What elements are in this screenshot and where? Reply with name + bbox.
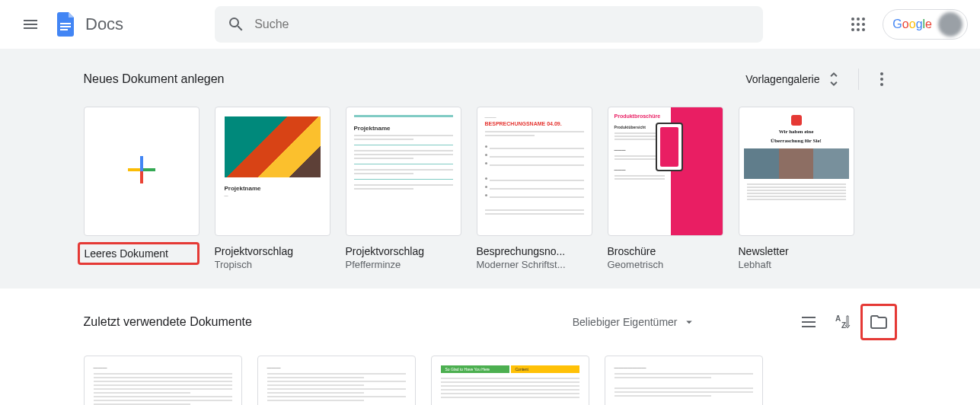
more-vert-icon xyxy=(873,70,891,88)
divider xyxy=(858,69,859,90)
template-title: Broschüre xyxy=(608,245,723,257)
gallery-label: Vorlagengalerie xyxy=(745,73,819,85)
template-title: Besprechungsno... xyxy=(477,245,592,257)
folder-icon xyxy=(870,313,888,331)
svg-point-12 xyxy=(880,72,883,75)
recent-head: Zuletzt verwendete Dokumente Beliebiger … xyxy=(84,304,897,340)
svg-rect-2 xyxy=(60,29,68,30)
app-header: Docs Google xyxy=(0,0,980,49)
list-icon xyxy=(800,313,818,331)
view-controls: AZ xyxy=(793,304,897,340)
template-title: Projektvorschlag xyxy=(346,245,461,257)
svg-point-8 xyxy=(862,23,865,26)
svg-point-9 xyxy=(851,28,854,31)
template-tropisch-thumb: Projektname — xyxy=(215,107,330,236)
template-sub: Moderner Schriftst... xyxy=(477,259,592,270)
template-sub: Geometrisch xyxy=(608,259,723,270)
svg-text:A: A xyxy=(835,314,841,323)
template-sub: Lebhaft xyxy=(739,259,854,270)
template-tropisch[interactable]: Projektname — Projektvorschlag Tropisch xyxy=(215,107,330,270)
docs-logo-icon xyxy=(52,11,79,38)
unfold-icon xyxy=(825,70,843,88)
template-title: Newsletter xyxy=(739,245,854,257)
template-pfefferminze[interactable]: Projektname Projektvorschlag Pfefferminz… xyxy=(346,107,461,270)
template-news-thumb: Wir haben eine Überraschung für Sie! xyxy=(739,107,854,236)
template-newsletter[interactable]: Wir haben eine Überraschung für Sie! New… xyxy=(739,107,854,270)
svg-point-14 xyxy=(880,83,883,86)
recent-row: ——— ——— So Glad to Have You HereContent … xyxy=(84,356,897,405)
recent-title: Zuletzt verwendete Dokumente xyxy=(84,315,567,329)
template-blank[interactable]: Leeres Dokument xyxy=(84,107,200,270)
template-gallery-button[interactable]: Vorlagengalerie xyxy=(738,64,850,94)
svg-rect-0 xyxy=(60,23,71,24)
template-meeting-thumb: ——— BESPRECHUNGSNAME 04.09. xyxy=(477,107,592,236)
svg-point-13 xyxy=(880,78,883,81)
templates-head: Neues Dokument anlegen Vorlagengalerie xyxy=(84,61,897,97)
recent-doc-2[interactable]: ——— xyxy=(257,356,416,405)
template-pfeffer-thumb: Projektname xyxy=(346,107,461,236)
list-view-button[interactable] xyxy=(793,307,824,337)
template-brochure-thumb: Produktbroschüre Produktübersicht ——— ——… xyxy=(608,107,723,236)
recent-section: Zuletzt verwendete Dokumente Beliebiger … xyxy=(0,289,980,405)
app-logo-area[interactable]: Docs xyxy=(52,11,123,38)
account-chip[interactable]: Google xyxy=(883,9,968,40)
sort-az-icon: AZ xyxy=(833,313,851,331)
user-avatar xyxy=(938,12,962,37)
svg-point-11 xyxy=(862,28,865,31)
template-meeting[interactable]: ——— BESPRECHUNGSNAME 04.09. Besprechungs… xyxy=(477,107,592,270)
plus-icon xyxy=(123,151,160,191)
search-wrap xyxy=(215,6,843,43)
svg-point-7 xyxy=(857,23,860,26)
templates-section: Neues Dokument anlegen Vorlagengalerie xyxy=(0,49,980,289)
owner-filter[interactable]: Beliebiger Eigentümer xyxy=(567,309,702,335)
template-brochure[interactable]: Produktbroschüre Produktübersicht ——— ——… xyxy=(608,107,723,270)
template-title: Projektvorschlag xyxy=(215,245,330,257)
svg-rect-1 xyxy=(60,26,71,27)
search-input[interactable] xyxy=(254,18,751,31)
templates-more-button[interactable] xyxy=(867,64,897,94)
svg-point-4 xyxy=(857,18,860,21)
svg-point-3 xyxy=(851,18,854,21)
apps-grid-icon xyxy=(849,15,867,33)
template-blank-thumb xyxy=(84,107,200,236)
svg-point-5 xyxy=(862,18,865,21)
templates-row: Leeres Dokument Projektname — Projektvor… xyxy=(84,107,897,270)
svg-rect-15 xyxy=(140,168,143,171)
hamburger-icon xyxy=(21,15,40,33)
google-apps-button[interactable] xyxy=(843,9,873,40)
templates-title: Neues Dokument anlegen xyxy=(84,72,225,86)
dropdown-icon xyxy=(682,315,696,329)
open-file-picker-button[interactable] xyxy=(860,304,897,340)
search-box[interactable] xyxy=(215,6,763,43)
svg-point-6 xyxy=(851,23,854,26)
main-menu-button[interactable] xyxy=(12,6,49,43)
recent-doc-1[interactable]: ——— xyxy=(84,356,242,405)
search-icon xyxy=(227,15,245,33)
google-logo: Google xyxy=(892,18,932,31)
recent-doc-4[interactable]: ——————— xyxy=(605,356,763,405)
template-blank-title: Leeres Dokument xyxy=(78,242,200,265)
template-sub: Tropisch xyxy=(215,259,330,270)
header-right: Google xyxy=(843,9,968,40)
template-sub: Pfefferminze xyxy=(346,259,461,270)
app-name: Docs xyxy=(85,14,123,34)
svg-point-10 xyxy=(857,28,860,31)
recent-doc-3[interactable]: So Glad to Have You HereContent xyxy=(431,356,589,405)
owner-label: Beliebiger Eigentümer xyxy=(573,316,678,328)
sort-button[interactable]: AZ xyxy=(827,307,857,337)
